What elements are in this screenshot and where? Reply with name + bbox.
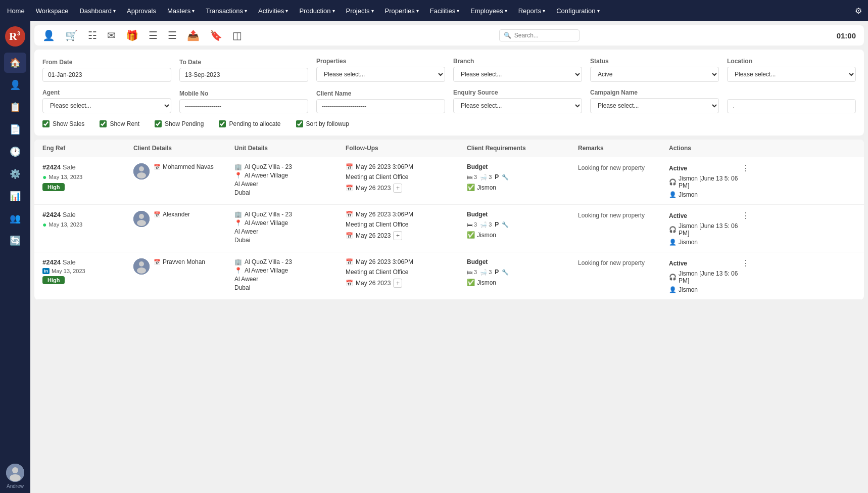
person-toolbar-icon[interactable]: 👤 xyxy=(42,29,55,41)
mail-toolbar-icon[interactable]: ✉ xyxy=(107,29,116,41)
cart-toolbar-icon[interactable]: 🛒 xyxy=(65,29,78,41)
chevron-down-icon: ▾ xyxy=(245,8,247,14)
extra-input[interactable] xyxy=(727,99,856,113)
show-pending-checkbox[interactable]: Show Pending xyxy=(155,120,204,127)
branch-label: Branch xyxy=(453,58,582,65)
more-actions-button[interactable]: ⋮ xyxy=(742,211,750,220)
checkbox-row: Show Sales Show Rent Show Pending Pendin… xyxy=(42,120,856,127)
client-name-input[interactable] xyxy=(316,99,445,113)
show-sales-checkbox[interactable]: Show Sales xyxy=(42,120,84,127)
calendar-icon2: 📅 xyxy=(346,232,353,239)
unit-cell-3: 🏢Al QuoZ Villa - 23 📍Al Aweer Village Al… xyxy=(234,258,346,291)
properties-select[interactable]: Please select... xyxy=(316,67,445,82)
status-select[interactable]: Acive xyxy=(590,67,719,82)
search-box[interactable]: 🔍 xyxy=(499,29,580,41)
nav-home[interactable]: Home xyxy=(6,5,26,17)
more-actions-button[interactable]: ⋮ xyxy=(742,258,750,268)
remarks-cell-2: Looking for new property xyxy=(578,211,669,219)
to-date-input[interactable] xyxy=(179,68,308,82)
nav-dashboard[interactable]: Dashboard ▾ xyxy=(78,5,117,17)
campaign-name-select[interactable]: Please select... xyxy=(590,98,719,113)
table-row: #2424 Sale ● May 13, 2023 📅 Alexander xyxy=(34,205,864,252)
person-icon: 👤 xyxy=(669,239,677,246)
upload-toolbar-icon[interactable]: 📤 xyxy=(187,29,200,41)
campaign-name-group: Campaign Name Please select... xyxy=(590,89,719,113)
sidebar-item-refresh[interactable]: 🔄 xyxy=(4,231,26,251)
unit-cell-1: 🏢Al QuoZ Villa - 23 📍Al Aweer Village Al… xyxy=(234,163,346,196)
sidebar-item-clipboard[interactable]: 📋 xyxy=(4,97,26,117)
ref-type: Sale xyxy=(63,211,76,218)
nav-properties[interactable]: Properties ▾ xyxy=(384,5,420,17)
list-toolbar-icon[interactable]: ☰ xyxy=(149,29,158,41)
req-cell-3: Budget 🛏 3 🛁 3 P 🔧 ✅ Jismon xyxy=(467,258,578,286)
mobile-input[interactable] xyxy=(179,99,308,113)
sidebar-item-clock[interactable]: 🕐 xyxy=(4,142,26,162)
search-input[interactable] xyxy=(514,32,575,39)
bed-icon: 🛏 3 xyxy=(467,269,477,275)
contact-info: ● May 13, 2023 xyxy=(42,220,133,229)
eng-ref-cell-1: #2424 Sale ● May 13, 2023 High xyxy=(42,163,133,191)
assigned-name: ✅ Jismon xyxy=(467,231,578,239)
gift-toolbar-icon[interactable]: 🎁 xyxy=(126,29,138,41)
req-icons: 🛏 3 🛁 3 P 🔧 xyxy=(467,173,578,181)
sidebar-item-home[interactable]: 🏠 xyxy=(4,53,26,73)
nav-transactions[interactable]: Transactions ▾ xyxy=(205,5,248,17)
branch-select[interactable]: Please select... xyxy=(453,67,582,82)
calendar-followup-icon: 📅 xyxy=(346,258,353,265)
nav-activities[interactable]: Activities ▾ xyxy=(257,5,289,17)
main-content: 👤 🛒 ☷ ✉ 🎁 ☰ ☰ 📤 🔖 ◫ 🔍 01:00 From Dat xyxy=(30,21,868,493)
sidebar: R 3 🏠 👤 📋 📄 🕐 ⚙️ 📊 👥 🔄 Andrew xyxy=(0,21,30,493)
bookmark-toolbar-icon[interactable]: 🔖 xyxy=(210,29,222,41)
pending-to-allocate-checkbox[interactable]: Pending to allocate xyxy=(219,120,280,127)
sidebar-item-person[interactable]: 👤 xyxy=(4,75,26,95)
nav-approvals[interactable]: Approvals xyxy=(126,5,157,17)
agent-select[interactable]: Please select... xyxy=(42,98,171,113)
add-followup-button[interactable]: + xyxy=(393,184,402,193)
sidebar-item-settings[interactable]: ⚙️ xyxy=(4,164,26,184)
nav-facilities[interactable]: Facilities ▾ xyxy=(429,5,461,17)
calendar-icon: 📅 xyxy=(154,211,161,218)
nav-workspace[interactable]: Workspace xyxy=(35,5,70,17)
user-name: Andrew xyxy=(7,483,24,489)
check-icon: ✅ xyxy=(467,279,475,286)
top-navigation: Home Workspace Dashboard ▾ Approvals Mas… xyxy=(0,0,868,21)
bath-icon: 🛁 3 xyxy=(480,174,492,181)
p-char: P xyxy=(495,173,499,181)
settings-icon[interactable]: ⚙ xyxy=(855,6,862,16)
location-select[interactable]: Please select... xyxy=(727,67,856,82)
enquiry-source-select[interactable]: Please select... xyxy=(453,98,582,113)
table-row: #2424 Sale ● May 13, 2023 High 📅 Mohamme… xyxy=(34,157,864,205)
nav-production[interactable]: Production ▾ xyxy=(298,5,335,17)
sidebar-item-team[interactable]: 👥 xyxy=(4,208,26,229)
sidebar-item-chart[interactable]: 📊 xyxy=(4,186,26,206)
client-name: 📅 Alexander xyxy=(154,211,190,218)
client-avatar xyxy=(133,211,150,227)
nav-configuration[interactable]: Configuration ▾ xyxy=(555,5,600,17)
add-followup-button[interactable]: + xyxy=(393,231,402,240)
sort-by-followup-checkbox[interactable]: Sort by followup xyxy=(296,120,349,127)
location-icon: 📍 xyxy=(234,267,242,274)
avatar xyxy=(6,464,24,482)
grid-toolbar-icon[interactable]: ☷ xyxy=(88,29,97,41)
nav-employees[interactable]: Employees ▾ xyxy=(469,5,508,17)
headphone-icon: 🎧 xyxy=(669,178,677,186)
headphone-icon: 🎧 xyxy=(669,274,677,281)
svg-point-5 xyxy=(10,474,21,481)
table-toolbar-icon[interactable]: ◫ xyxy=(232,29,242,41)
filter-toolbar-icon[interactable]: ☰ xyxy=(168,29,177,41)
nav-projects[interactable]: Projects ▾ xyxy=(345,5,375,17)
nav-masters[interactable]: Masters ▾ xyxy=(166,5,196,17)
sidebar-item-document[interactable]: 📄 xyxy=(4,119,26,140)
more-actions-button[interactable]: ⋮ xyxy=(742,163,750,173)
from-date-input[interactable] xyxy=(42,68,171,82)
show-rent-checkbox[interactable]: Show Rent xyxy=(100,120,139,127)
priority-badge: High xyxy=(42,183,65,191)
nav-reports[interactable]: Reports ▾ xyxy=(517,5,547,17)
add-followup-button[interactable]: + xyxy=(393,279,402,288)
budget-label: Budget xyxy=(467,211,578,218)
contact-date: May 13, 2023 xyxy=(52,268,85,274)
calendar-followup-icon: 📅 xyxy=(346,163,353,170)
search-icon: 🔍 xyxy=(504,32,511,39)
followup-cell-2: 📅May 26 2023 3:06PM Meeting at Client Of… xyxy=(346,211,467,240)
action-status: Active xyxy=(669,165,687,172)
